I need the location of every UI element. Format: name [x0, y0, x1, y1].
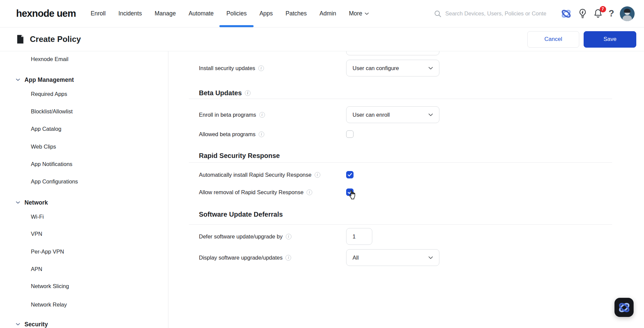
select-value: User can configure: [353, 65, 428, 71]
top-navbar: hexnode uem Enroll Incidents Manage Auto…: [0, 0, 644, 28]
enroll-beta-row: Enroll in beta programs User can enroll: [168, 106, 644, 123]
section-divider: [189, 162, 612, 163]
field-label: Allowed beta programs: [199, 131, 256, 138]
checkmark-icon: [347, 173, 352, 177]
field-label: Automatically install Rapid Security Res…: [199, 172, 312, 178]
sidebar-item-wifi[interactable]: Wi-Fi: [0, 208, 168, 225]
cancel-button[interactable]: Cancel: [527, 31, 579, 48]
select-value: User can enroll: [353, 112, 428, 118]
chevron-down-icon: [365, 12, 369, 15]
field-label: Enroll in beta programs: [199, 112, 256, 118]
nav-item-manage[interactable]: Manage: [155, 0, 176, 28]
info-icon[interactable]: [258, 65, 264, 71]
allow-removal-rsr-checkbox[interactable]: [346, 188, 354, 196]
bulb-icon: [578, 8, 587, 19]
field-label: Allow removal of Rapid Security Response: [199, 189, 304, 196]
policy-sidebar: Hexnode Email App Management Required Ap…: [0, 51, 168, 328]
nav-item-automate[interactable]: Automate: [189, 0, 214, 28]
select-value: All: [353, 255, 428, 261]
chevron-down-icon: [16, 323, 20, 326]
sidebar-item-web-clips[interactable]: Web Clips: [0, 138, 168, 155]
section-divider: [189, 99, 612, 99]
nav-item-enroll[interactable]: Enroll: [91, 0, 106, 28]
field-label: Install security updates: [199, 65, 255, 71]
nav-item-more[interactable]: More: [349, 0, 369, 28]
auto-install-rsr-row: Automatically install Rapid Security Res…: [168, 166, 644, 183]
sidebar-item-apn[interactable]: APN: [0, 260, 168, 278]
sidebar-item-per-app-vpn[interactable]: Per-App VPN: [0, 243, 168, 260]
global-search: [434, 10, 551, 17]
chevron-down-icon: [428, 256, 433, 259]
rapid-security-response-heading: Rapid Security Response: [199, 151, 280, 161]
sidebar-item-hexnode-email[interactable]: Hexnode Email: [0, 51, 168, 68]
page-header: Create Policy Cancel Save: [0, 28, 644, 51]
install-security-updates-select[interactable]: User can configure: [346, 60, 439, 76]
notification-badge: 7: [600, 6, 606, 12]
defer-update-row: Defer software update/upgrade by: [168, 228, 644, 245]
defer-days-input[interactable]: [346, 228, 372, 245]
sidebar-item-app-catalog[interactable]: App Catalog: [0, 120, 168, 138]
sidebar-item-vpn[interactable]: VPN: [0, 225, 168, 242]
nav-item-policies[interactable]: Policies: [226, 0, 247, 28]
sidebar-item-network-slicing[interactable]: Network Slicing: [0, 277, 168, 295]
nav-item-admin[interactable]: Admin: [320, 0, 336, 28]
display-updates-select[interactable]: All: [346, 249, 439, 266]
info-icon[interactable]: [307, 189, 312, 195]
page-title: Create Policy: [30, 35, 81, 44]
field-label: Defer software update/upgrade by: [199, 233, 283, 240]
info-icon[interactable]: [259, 112, 265, 118]
section-divider: [189, 224, 612, 225]
allowed-beta-row: Allowed beta programs: [168, 126, 644, 143]
display-updates-row: Display software upgrade/updates All: [168, 249, 644, 266]
main-nav: Enroll Incidents Manage Automate Policie…: [91, 0, 369, 28]
search-input[interactable]: [445, 10, 546, 17]
sidebar-item-blocklist-allowlist[interactable]: Blocklist/Allowlist: [0, 103, 168, 120]
genie-button[interactable]: [560, 8, 572, 19]
beta-updates-heading: Beta Updates: [199, 88, 251, 98]
notifications-button[interactable]: 7: [593, 8, 603, 19]
policy-document-icon: [16, 35, 24, 44]
policy-settings-panel: Install security updates User can config…: [168, 51, 644, 328]
genie-icon: [618, 302, 631, 314]
sidebar-item-app-notifications[interactable]: App Notifications: [0, 155, 168, 173]
nav-item-incidents[interactable]: Incidents: [118, 0, 142, 28]
install-security-updates-row: Install security updates User can config…: [168, 60, 644, 76]
info-icon[interactable]: [245, 90, 251, 96]
search-icon: [434, 10, 441, 17]
info-icon[interactable]: [285, 255, 291, 261]
sidebar-item-network-relay[interactable]: Network Relay: [0, 296, 168, 313]
chevron-down-icon: [16, 201, 20, 204]
hexnode-uem-app: hexnode uem Enroll Incidents Manage Auto…: [0, 0, 644, 328]
genie-icon: [560, 8, 572, 19]
sidebar-item-app-configurations[interactable]: App Configurations: [0, 173, 168, 190]
help-icon[interactable]: [609, 9, 614, 18]
allowed-beta-checkbox[interactable]: [346, 130, 354, 138]
chevron-down-icon: [428, 113, 433, 116]
hexnode-logo[interactable]: hexnode uem: [16, 8, 76, 19]
chevron-down-icon: [428, 67, 433, 70]
info-icon[interactable]: [315, 172, 320, 178]
nav-item-patches[interactable]: Patches: [285, 0, 307, 28]
clipped-select[interactable]: [346, 51, 439, 55]
nav-item-apps[interactable]: Apps: [259, 0, 273, 28]
allow-removal-rsr-row: Allow removal of Rapid Security Response: [168, 184, 644, 201]
sidebar-section-security[interactable]: Security: [0, 316, 168, 328]
save-button[interactable]: Save: [584, 31, 636, 48]
software-update-deferrals-heading: Software Update Deferrals: [199, 209, 283, 219]
navbar-icons: 7: [560, 6, 635, 21]
info-icon[interactable]: [259, 131, 264, 137]
whats-new-button[interactable]: [578, 8, 587, 19]
enroll-beta-select[interactable]: User can enroll: [346, 106, 439, 123]
sidebar-item-required-apps[interactable]: Required Apps: [0, 85, 168, 103]
checkmark-icon: [347, 190, 352, 194]
avatar[interactable]: [620, 6, 635, 21]
auto-install-rsr-checkbox[interactable]: [346, 171, 354, 178]
info-icon[interactable]: [286, 234, 291, 239]
chevron-down-icon: [16, 78, 20, 81]
genie-assistant-button[interactable]: [614, 298, 634, 317]
field-label: Display software upgrade/updates: [199, 255, 282, 261]
